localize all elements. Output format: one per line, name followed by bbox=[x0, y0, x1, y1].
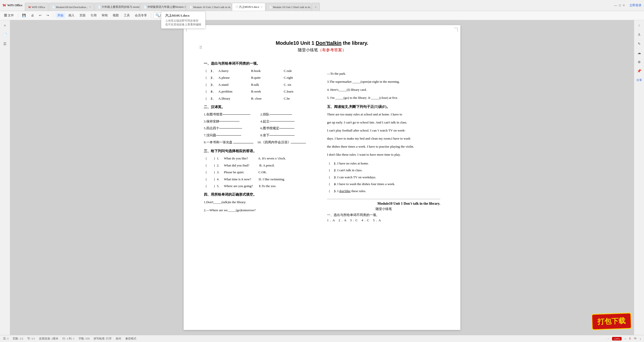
left-sidebar: ≡ 📄 ☰ bbox=[0, 20, 10, 342]
s-input-icon[interactable]: S bbox=[629, 337, 631, 340]
choice-item-2: （ ） 2、 A.please B.quite C.right bbox=[204, 75, 317, 80]
fill-blank-2b: —To the park. bbox=[327, 58, 440, 77]
ribbon-bar: ☰ 文件 💾 🖨 ↩ ↪ 开始 插入 页面 引用 审阅 视图 工具 会员专享 🔍 bbox=[0, 11, 644, 20]
translation-2: 2.排队 bbox=[260, 111, 317, 118]
ribbon-tab-view[interactable]: 视图 bbox=[111, 13, 121, 18]
document-area[interactable]: ⠿ Module10 Unit 1 Don'ttalkin the librar… bbox=[10, 20, 634, 335]
fill-blank-5: 5. I'm _____(go) to the library .It ____… bbox=[327, 95, 440, 101]
status-wordcount: 字数: 559 bbox=[78, 337, 90, 340]
match-q4: （ ）4. What time is it now? D. I like swi… bbox=[204, 176, 317, 182]
input-method-zh[interactable]: 中 bbox=[634, 337, 637, 340]
ribbon-tab-review[interactable]: 审阅 bbox=[100, 13, 110, 18]
ribbon-menu-file[interactable]: ☰ 文件 bbox=[2, 13, 16, 18]
section4-title: 四、用所给单词的正确形式填空。 bbox=[204, 192, 317, 197]
new-tab-button[interactable]: + bbox=[312, 3, 320, 11]
ribbon-divider-1 bbox=[18, 13, 18, 18]
close-tab-2[interactable]: × bbox=[90, 6, 91, 8]
reading-line-1: There are too many rules at school and a… bbox=[327, 111, 440, 118]
ribbon-redo[interactable]: ↪ bbox=[45, 13, 51, 18]
match-q5: （ ）5. Where are you going? E.To the zoo. bbox=[204, 183, 317, 189]
match-q1: （ ）1. What do you like? A. It's seven o … bbox=[204, 155, 317, 161]
translation-row-4: 7.没问题 8.坐下 bbox=[204, 132, 317, 139]
reading-line-3: I can't play football after school. I ca… bbox=[327, 127, 440, 134]
reading-q5: （ ） 5. I don'tlike these rules. bbox=[327, 188, 440, 194]
tab-module10-donttalk3[interactable]: 📄 Module 10 Unit 1 Don't talk in th... × bbox=[266, 3, 311, 11]
status-cursor: 设置段落: 2厘米 bbox=[39, 337, 58, 340]
reading-q1: （ ） 1. I have no rules at home. bbox=[327, 160, 440, 166]
reading-q3: （ ） 3. I can watch TV on weekdays. bbox=[327, 174, 440, 180]
tab-waiyanjiao[interactable]: 📄 外研版英语六年级上册Module 10 六... × bbox=[140, 3, 186, 11]
translation-1: 1.在图书馆里 bbox=[204, 111, 260, 118]
zoom-in-button[interactable]: + bbox=[625, 337, 626, 340]
status-section: 节: 1/1 bbox=[27, 337, 35, 340]
tab-liushang-m10u1[interactable]: 📄 六上M10U1.docx × bbox=[232, 3, 265, 11]
ribbon-undo[interactable]: ↩ bbox=[37, 13, 44, 18]
ribbon-tab-vip[interactable]: 会员专享 bbox=[133, 13, 149, 18]
status-layout: 兼容模式 bbox=[125, 337, 136, 340]
search-icon: 🔍 bbox=[155, 13, 160, 18]
status-spell: 拼写检查: 打开 bbox=[94, 337, 112, 340]
corner-marker-tr bbox=[454, 28, 458, 32]
reading-questions-container: （ ） 1. I have no rules at home. （ ） 2. I… bbox=[327, 160, 440, 194]
zoom-level: 120% bbox=[612, 337, 622, 340]
right-sidebar-icon-6[interactable]: 📌 bbox=[636, 67, 643, 74]
zoom-out-button[interactable]: − bbox=[608, 337, 609, 340]
sidebar-toc-icon[interactable]: ☰ bbox=[2, 40, 9, 47]
dropdown-tooltip: 六上M10U1.docx 上传至云端后即可同步保存 也可在其他设备上查看和编辑 bbox=[161, 11, 206, 29]
tab-module10-unit1-donttalk1[interactable]: 📄 Module10Unit1Don'ttalkin... × bbox=[49, 3, 94, 11]
maximize-button[interactable]: □ bbox=[619, 4, 621, 7]
reading-line-5: the dishes three times a week. I have to… bbox=[327, 143, 440, 150]
tooltip-info1: 上传至云端后即可同步保存 bbox=[165, 19, 201, 23]
user-info[interactable]: 立即登录 bbox=[629, 3, 641, 8]
input-toggle[interactable]: ↕ bbox=[640, 337, 641, 340]
close-tab-6[interactable]: × bbox=[261, 6, 262, 8]
right-sidebar-icon-2[interactable]: A bbox=[636, 31, 643, 38]
tab-module10-donttalk2[interactable]: 📄 Module 10 Unit 1 Don't talk in th... × bbox=[186, 3, 231, 11]
right-sidebar-icon-3[interactable]: ✎ bbox=[636, 40, 643, 47]
translation-9: 9.一本书和一张光盘 bbox=[204, 139, 253, 146]
tooltip-info2: 也可在其他设备上查看和编辑 bbox=[165, 23, 201, 26]
document-title: Module10 Unit 1 Don'ttalkin the library. bbox=[204, 40, 440, 46]
ribbon-tab-insert[interactable]: 插入 bbox=[66, 13, 76, 18]
ribbon-divider-3 bbox=[151, 13, 151, 18]
section1-title: 一、选出与所给单词不同类的一项。 bbox=[204, 61, 317, 66]
right-sidebar-share[interactable]: 分享 bbox=[636, 76, 643, 83]
reading-q2: （ ） 2. I can't talk in class. bbox=[327, 167, 440, 173]
section2-title: 二、汉译英。 bbox=[204, 105, 317, 109]
close-window-button[interactable]: × bbox=[623, 4, 625, 8]
answer-section: Module10 Unit 1 Don't talk in the librar… bbox=[327, 199, 440, 222]
fill-blank-3: 3.The supermarket _____(open)at eight in… bbox=[327, 78, 440, 85]
fill-blank-4: 4. Here's_____(I) library card. bbox=[327, 87, 440, 93]
download-badge[interactable]: 打包下载 bbox=[591, 313, 632, 330]
right-sidebar-icon-4[interactable]: ☁ bbox=[636, 49, 643, 56]
choice-item-3: （ ） 3、 A.stand B.talk C. six bbox=[204, 82, 317, 88]
ribbon-tab-ref[interactable]: 引用 bbox=[89, 13, 99, 18]
sidebar-pages-icon[interactable]: 📄 bbox=[2, 31, 9, 38]
right-sidebar-icon-5[interactable]: ⊕ bbox=[636, 58, 643, 65]
answer-subtitle: 随堂小练笔 bbox=[327, 207, 440, 211]
translation-8: 8.坐下 bbox=[260, 132, 317, 139]
left-column: 一、选出与所给单词不同类的一项。 （ ） 1、 A.hurry B.book C… bbox=[204, 58, 317, 222]
translation-row-3: 5.四点四十 6.图书馆规定 bbox=[204, 125, 317, 132]
ribbon-tab-home[interactable]: 开始 bbox=[55, 13, 65, 18]
translation-row-1: 1.在图书馆里 2.排队 bbox=[204, 111, 317, 118]
minimize-button[interactable]: — bbox=[614, 4, 617, 7]
ribbon-save[interactable]: 💾 bbox=[20, 13, 28, 18]
sidebar-nav-icon[interactable]: ≡ bbox=[2, 22, 9, 29]
drag-handle[interactable]: ⠿ bbox=[199, 45, 202, 50]
tab-module10-sync[interactable]: 📄 六年级上册英语同步练习-module 1... × bbox=[95, 3, 140, 11]
answer-section1-label: 一、选出与所给单词不同类的一项。 bbox=[327, 213, 440, 217]
section5-title: 五、阅读短文,判断下列句子正(T)误(F)。 bbox=[327, 105, 440, 109]
ribbon-print[interactable]: 🖨 bbox=[29, 13, 36, 18]
ribbon-tab-tools[interactable]: 工具 bbox=[122, 13, 132, 18]
choice-item-1: （ ） 1、 A.hurry B.book C.rule bbox=[204, 68, 317, 74]
ribbon-tab-page[interactable]: 页面 bbox=[77, 13, 88, 18]
status-compare: 校对 bbox=[116, 337, 121, 340]
tab-wps[interactable]: W WPS Office bbox=[25, 3, 48, 11]
reading-line-6: I don't like these rules. I want to have… bbox=[327, 151, 440, 158]
reading-q4: （ ） 4. I have to wash the dishes four ti… bbox=[327, 181, 440, 187]
choice-item-5: （ ） 5、 A.library B. close C.be bbox=[204, 96, 317, 101]
ribbon-divider-2 bbox=[53, 13, 53, 18]
right-sidebar-icon-1[interactable]: ↑ bbox=[636, 22, 643, 29]
wps-logo[interactable]: W WPS Office bbox=[0, 3, 25, 8]
